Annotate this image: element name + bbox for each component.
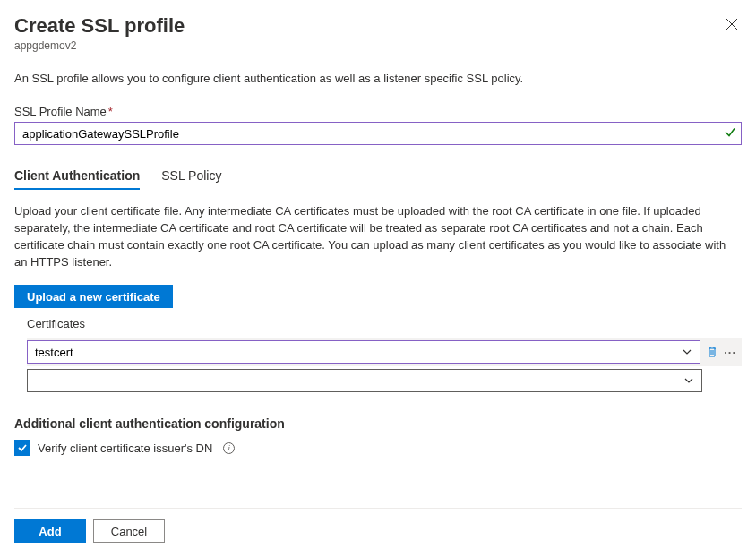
certificate-row: testcert ··· <box>27 338 742 366</box>
required-indicator: * <box>108 105 113 118</box>
resource-name: appgdemov2 <box>14 39 185 52</box>
certificate-row-empty <box>27 366 742 395</box>
verify-dn-checkbox[interactable] <box>14 440 30 456</box>
profile-name-label: SSL Profile Name* <box>14 105 742 118</box>
page-description: An SSL profile allows you to configure c… <box>14 72 742 85</box>
cancel-button[interactable]: Cancel <box>93 519 165 543</box>
certificates-label: Certificates <box>27 317 742 330</box>
certificate-select-empty[interactable] <box>27 369 702 392</box>
additional-config-heading: Additional client authentication configu… <box>14 416 742 431</box>
check-icon <box>17 442 28 453</box>
profile-name-input[interactable] <box>14 122 742 145</box>
close-icon <box>726 18 738 30</box>
certificate-select[interactable]: testcert <box>27 340 700 364</box>
tab-ssl-policy[interactable]: SSL Policy <box>161 165 221 190</box>
tab-client-authentication[interactable]: Client Authentication <box>14 165 140 190</box>
page-title: Create SSL profile <box>14 14 185 38</box>
verify-dn-label: Verify client certificate issuer's DN <box>38 441 212 455</box>
trash-icon <box>706 346 718 358</box>
validation-check-icon <box>724 126 736 141</box>
footer: Add Cancel <box>14 508 742 543</box>
upload-certificate-button[interactable]: Upload a new certificate <box>14 285 173 308</box>
tabs: Client Authentication SSL Policy <box>14 165 742 191</box>
add-button[interactable]: Add <box>14 519 86 543</box>
certificate-more-button[interactable]: ··· <box>724 346 736 359</box>
delete-certificate-button[interactable] <box>706 346 718 358</box>
close-button[interactable] <box>722 14 742 37</box>
info-icon[interactable]: i <box>223 442 235 454</box>
client-auth-description: Upload your client certificate file. Any… <box>14 203 742 270</box>
